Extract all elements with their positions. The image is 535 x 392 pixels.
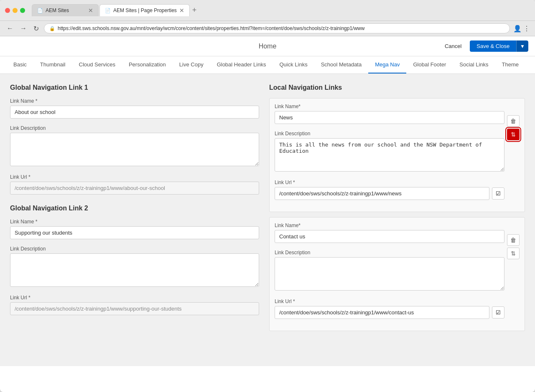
maximize-traffic-light[interactable] bbox=[20, 8, 25, 13]
browser-tab-page-properties[interactable]: 📄 AEM Sites | Page Properties ✕ bbox=[99, 4, 190, 16]
main-content: Global Navigation Link 1 Link Name * Lin… bbox=[0, 74, 535, 366]
link-name-1-label: Link Name * bbox=[10, 98, 259, 104]
local-link-name-2-group: Link Name* bbox=[275, 223, 504, 243]
link-description-1-textarea[interactable] bbox=[10, 133, 259, 166]
browser-tab-aem-sites[interactable]: 📄 AEM Sites ✕ bbox=[32, 4, 99, 16]
link-name-1-group: Link Name * bbox=[10, 98, 259, 119]
local-nav-1-fields: Link Name* Link Description This is all … bbox=[275, 104, 504, 207]
local-link-name-1-group: Link Name* bbox=[275, 104, 504, 124]
address-bar: ← → ↻ 🔒 https://edit.sws.schools.nsw.gov… bbox=[0, 21, 535, 36]
local-nav-1-actions: 🗑 ⇅ bbox=[507, 104, 520, 140]
local-link-url-2-input[interactable] bbox=[275, 306, 489, 319]
local-link-description-1-textarea[interactable]: This is all the news from our school and… bbox=[275, 138, 504, 172]
tab-close-button[interactable]: ✕ bbox=[88, 7, 93, 14]
reload-button[interactable]: ↻ bbox=[32, 24, 41, 33]
local-link-name-2-input[interactable] bbox=[275, 230, 504, 243]
link-description-2-label: Link Description bbox=[10, 246, 259, 252]
app-header: Home Cancel Save & Close ▼ bbox=[0, 36, 535, 56]
browser-tab-label: AEM Sites bbox=[46, 8, 69, 13]
local-link-url-1-label: Link Url * bbox=[275, 180, 504, 185]
tab-global-header-links[interactable]: Global Header Links bbox=[210, 56, 273, 73]
browse-url-2-button[interactable]: ☑ bbox=[492, 306, 504, 319]
tab-global-footer[interactable]: Global Footer bbox=[406, 56, 453, 73]
tab-personalization[interactable]: Personalization bbox=[122, 56, 173, 73]
browse-url-1-button[interactable]: ☑ bbox=[492, 187, 504, 200]
header-actions: Cancel Save & Close ▼ bbox=[440, 40, 528, 52]
tab-quick-links[interactable]: Quick Links bbox=[273, 56, 314, 73]
link-name-1-input[interactable] bbox=[10, 106, 259, 119]
local-link-description-2-group: Link Description bbox=[275, 250, 504, 292]
local-link-url-1-row: ☑ bbox=[275, 187, 504, 200]
minimize-traffic-light[interactable] bbox=[13, 8, 18, 13]
tab-close-button[interactable]: ✕ bbox=[179, 7, 184, 14]
close-traffic-light[interactable] bbox=[5, 8, 10, 13]
global-nav-link-1-section: Global Navigation Link 1 Link Name * Lin… bbox=[10, 84, 259, 195]
tab-basic[interactable]: Basic bbox=[7, 56, 33, 73]
menu-button[interactable]: ⋮ bbox=[523, 25, 530, 33]
local-nav-link-2: Link Name* Link Description Link Url * ☑ bbox=[269, 217, 525, 331]
reorder-local-nav-2-button[interactable]: ⇅ bbox=[507, 248, 520, 259]
local-nav-2-actions: 🗑 ⇅ bbox=[507, 223, 520, 259]
browser-window: 📄 AEM Sites ✕ 📄 AEM Sites | Page Propert… bbox=[0, 0, 535, 392]
tab-social-links[interactable]: Social Links bbox=[453, 56, 495, 73]
local-link-url-2-row: ☑ bbox=[275, 306, 504, 319]
security-lock-icon: 🔒 bbox=[49, 26, 55, 31]
tab-school-metadata[interactable]: School Metadata bbox=[314, 56, 369, 73]
global-nav-link-2-section: Global Navigation Link 2 Link Name * Lin… bbox=[10, 205, 259, 315]
browser-tab-label: AEM Sites | Page Properties bbox=[113, 8, 177, 13]
link-name-2-input[interactable] bbox=[10, 226, 259, 239]
right-panel: Local Navigation Links Link Name* Link D… bbox=[269, 84, 525, 356]
link-description-1-group: Link Description bbox=[10, 125, 259, 167]
local-nav-2-fields: Link Name* Link Description Link Url * ☑ bbox=[275, 223, 504, 326]
forward-button[interactable]: → bbox=[18, 24, 28, 33]
tab-icon: 📄 bbox=[37, 8, 43, 13]
global-nav-link-1-title: Global Navigation Link 1 bbox=[10, 84, 259, 91]
link-url-2-label: Link Url * bbox=[10, 295, 259, 301]
local-link-url-1-input[interactable] bbox=[275, 187, 489, 200]
delete-local-nav-2-button[interactable]: 🗑 bbox=[507, 234, 520, 246]
local-link-name-1-label: Link Name* bbox=[275, 104, 504, 109]
back-button[interactable]: ← bbox=[5, 24, 15, 33]
local-link-url-2-group: Link Url * ☑ bbox=[275, 298, 504, 319]
link-url-1-input[interactable] bbox=[10, 182, 259, 195]
local-link-url-2-label: Link Url * bbox=[275, 298, 504, 304]
link-url-1-group: Link Url * bbox=[10, 174, 259, 195]
save-close-dropdown-button[interactable]: ▼ bbox=[516, 40, 528, 52]
save-close-button[interactable]: Save & Close bbox=[470, 40, 516, 52]
cancel-button[interactable]: Cancel bbox=[440, 40, 466, 52]
profile-button[interactable]: 👤 bbox=[513, 25, 522, 33]
local-link-name-1-input[interactable] bbox=[275, 111, 504, 124]
browser-actions: 👤 ⋮ bbox=[513, 25, 530, 33]
link-description-2-textarea[interactable] bbox=[10, 253, 259, 287]
browser-titlebar: 📄 AEM Sites ✕ 📄 AEM Sites | Page Propert… bbox=[0, 0, 535, 21]
local-nav-2-row: Link Name* Link Description Link Url * ☑ bbox=[275, 223, 520, 326]
browser-tabs-bar: 📄 AEM Sites ✕ 📄 AEM Sites | Page Propert… bbox=[32, 4, 530, 16]
tab-cloud-services[interactable]: Cloud Services bbox=[72, 56, 122, 73]
tab-mega-nav[interactable]: Mega Nav bbox=[368, 56, 406, 73]
local-link-url-1-group: Link Url * ☑ bbox=[275, 180, 504, 200]
local-link-name-2-label: Link Name* bbox=[275, 223, 504, 228]
local-link-description-1-group: Link Description This is all the news fr… bbox=[275, 131, 504, 173]
local-nav-1-row: Link Name* Link Description This is all … bbox=[275, 104, 520, 207]
local-link-description-2-label: Link Description bbox=[275, 250, 504, 255]
local-link-description-1-label: Link Description bbox=[275, 131, 504, 137]
tab-theme[interactable]: Theme bbox=[495, 56, 525, 73]
tab-thumbnail[interactable]: Thumbnail bbox=[33, 56, 72, 73]
page-title: Home bbox=[259, 43, 277, 50]
reorder-local-nav-1-button[interactable]: ⇅ bbox=[507, 129, 520, 140]
nav-tabs: Basic Thumbnail Cloud Services Personali… bbox=[0, 56, 535, 74]
link-description-1-label: Link Description bbox=[10, 125, 259, 131]
link-url-1-label: Link Url * bbox=[10, 174, 259, 180]
tab-live-copy[interactable]: Live Copy bbox=[173, 56, 210, 73]
link-url-2-input[interactable] bbox=[10, 302, 259, 315]
link-description-2-group: Link Description bbox=[10, 246, 259, 288]
link-url-2-group: Link Url * bbox=[10, 295, 259, 315]
save-close-group: Save & Close ▼ bbox=[470, 40, 528, 52]
local-nav-section-title: Local Navigation Links bbox=[269, 84, 525, 91]
delete-local-nav-1-button[interactable]: 🗑 bbox=[507, 115, 520, 127]
new-tab-button[interactable]: + bbox=[191, 6, 199, 15]
url-text: https://edit.sws.schools.nsw.gov.au/mnt/… bbox=[58, 25, 364, 31]
local-link-description-2-textarea[interactable] bbox=[275, 257, 504, 291]
link-name-2-group: Link Name * bbox=[10, 219, 259, 239]
url-bar[interactable]: 🔒 https://edit.sws.schools.nsw.gov.au/mn… bbox=[44, 23, 510, 33]
